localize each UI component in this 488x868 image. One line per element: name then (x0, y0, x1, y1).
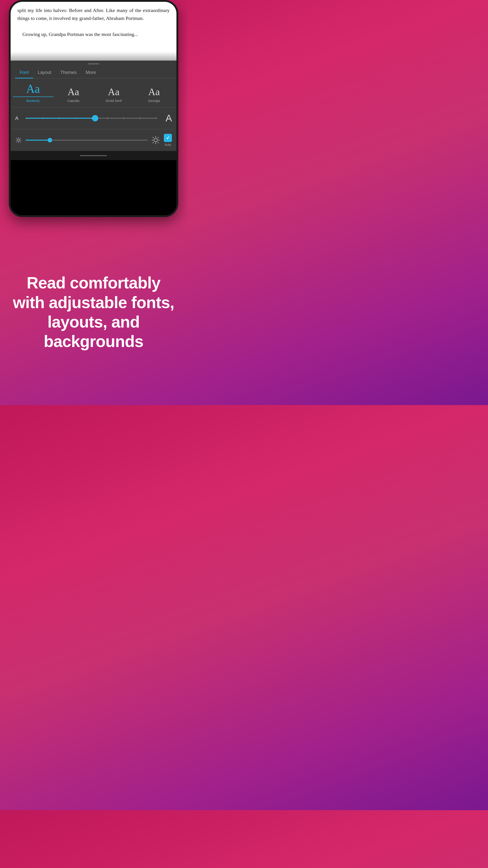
phone-frame: split my life into halves: Before and Af… (9, 0, 178, 217)
tick-7 (123, 117, 124, 119)
book-content: split my life into halves: Before and Af… (11, 2, 176, 61)
svg-point-0 (18, 139, 20, 141)
tick-1 (26, 117, 27, 119)
tick-9 (156, 117, 156, 119)
home-bar (11, 151, 176, 160)
brightness-track-fill (26, 140, 148, 141)
svg-line-15 (158, 143, 159, 143)
home-bar-pill (80, 155, 107, 156)
svg-point-9 (154, 138, 158, 142)
svg-line-5 (17, 138, 17, 138)
tab-layout[interactable]: Layout (33, 66, 56, 78)
brightness-low-icon (15, 137, 22, 144)
auto-brightness-toggle[interactable]: ✓ Auto (164, 134, 172, 147)
brightness-track-empty (50, 140, 148, 141)
tick-6 (107, 117, 108, 119)
font-options: Aa Bookerly Aa Caecilia Aa Droid Serif A… (11, 79, 176, 107)
georgia-sample: Aa (148, 87, 160, 97)
font-size-slider[interactable] (26, 115, 157, 122)
svg-line-6 (20, 142, 21, 142)
tick-4 (75, 117, 75, 119)
font-option-droid-serif[interactable]: Aa Droid Serif (94, 87, 134, 103)
svg-line-7 (20, 138, 21, 138)
tick-5 (91, 117, 92, 119)
pull-handle[interactable] (11, 61, 176, 66)
droid-serif-sample: Aa (108, 87, 120, 97)
svg-line-17 (153, 143, 153, 143)
brightness-row: ✓ Auto (11, 129, 176, 151)
auto-label: Auto (165, 143, 171, 147)
brightness-high-icon (151, 135, 160, 145)
tab-themes[interactable]: Themes (56, 66, 81, 78)
tab-bar: Font Layout Themes More (11, 66, 176, 79)
brightness-thumb[interactable] (48, 138, 52, 143)
slider-thumb[interactable] (92, 115, 98, 121)
marketing-headline: Read comfortably with adjustable fonts, … (11, 273, 176, 351)
checkbox-square: ✓ (164, 134, 172, 142)
bookerly-sample: Aa (26, 83, 40, 95)
tick-8 (140, 117, 140, 119)
svg-line-14 (153, 137, 153, 138)
tick-2 (43, 117, 43, 119)
font-option-caecilia[interactable]: Aa Caecilia (53, 87, 94, 103)
svg-line-8 (17, 142, 17, 142)
georgia-label: Georgia (148, 99, 160, 103)
pull-handle-bar (88, 63, 99, 64)
caecilia-label: Caecilia (67, 99, 79, 103)
brightness-slider[interactable] (26, 137, 148, 144)
font-size-small-label: A (15, 115, 22, 121)
book-text: split my life into halves: Before and Af… (18, 7, 170, 37)
font-size-large-label: A (161, 113, 172, 124)
tab-font[interactable]: Font (15, 66, 33, 78)
caecilia-sample: Aa (68, 87, 79, 97)
font-option-georgia[interactable]: Aa Georgia (134, 87, 174, 103)
droid-serif-label: Droid Serif (106, 99, 122, 103)
phone-inner: split my life into halves: Before and Af… (11, 2, 176, 215)
svg-line-16 (158, 137, 159, 138)
marketing-section: Read comfortably with adjustable fonts, … (0, 219, 187, 405)
tick-3 (59, 117, 59, 119)
checkmark-icon: ✓ (166, 135, 170, 141)
font-option-bookerly[interactable]: Aa Bookerly (13, 83, 53, 103)
bottom-panel: Font Layout Themes More Aa Bookerly Aa C… (11, 66, 176, 151)
bookerly-underline (13, 96, 53, 97)
tab-more[interactable]: More (81, 66, 101, 78)
font-size-row: A (11, 107, 176, 129)
bookerly-label: Bookerly (26, 99, 39, 103)
